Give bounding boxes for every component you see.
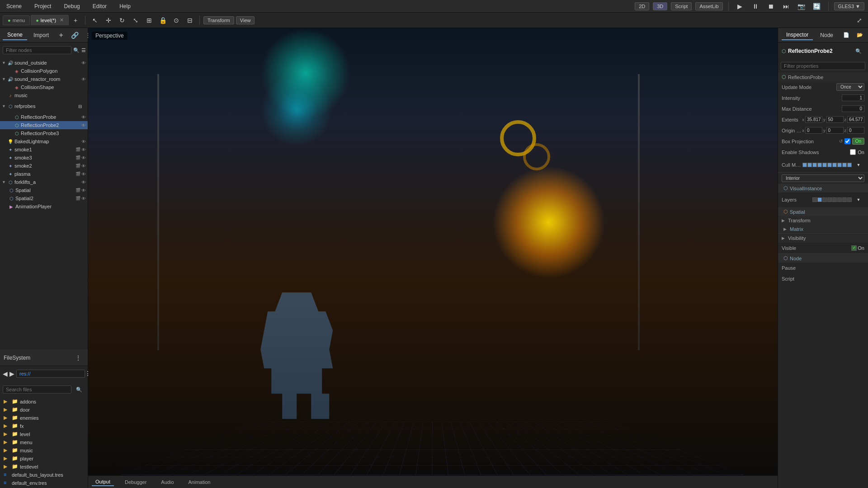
vis-icon[interactable]: 👁 xyxy=(81,164,86,169)
fs-options-icon[interactable]: ⋮ xyxy=(72,352,84,364)
cull-cell-5[interactable] xyxy=(822,163,827,167)
instance-btn[interactable]: 🔗 xyxy=(69,29,80,41)
fs-item-music[interactable]: ▶ 📁 music xyxy=(0,446,88,455)
filter-type-icon[interactable]: ☰ xyxy=(81,44,86,56)
expand-btn[interactable]: ⤢ xyxy=(854,14,865,26)
viewport[interactable]: Perspective Output Debugger Audio Animat… xyxy=(88,28,778,488)
extents-z-input[interactable] xyxy=(847,116,864,123)
vis-icon[interactable]: 👁 xyxy=(81,139,86,144)
vis-icon[interactable]: 👁 xyxy=(81,155,86,160)
fs-item-testlevel[interactable]: ▶ 📁 testlevel xyxy=(0,463,88,471)
vis-icon[interactable]: 👁 xyxy=(81,196,86,201)
tree-item-refprobes[interactable]: ▼ ⬡ refprobes ⊟ xyxy=(0,99,88,113)
expand-arrow[interactable]: ▼ xyxy=(2,77,6,81)
fs-search-icon[interactable]: 🔍 xyxy=(73,384,85,395)
matrix-header[interactable]: ▶ Matrix xyxy=(778,225,868,233)
max-distance-input[interactable] xyxy=(842,105,864,112)
stop-btn[interactable]: ⏹ xyxy=(765,0,777,12)
add-tab-btn[interactable]: + xyxy=(70,14,81,26)
mode-2d-btn[interactable]: 2D xyxy=(635,2,649,10)
enable-shadows-checkbox[interactable] xyxy=(850,149,856,155)
layer-cell-7[interactable] xyxy=(842,197,847,202)
fs-item-fx[interactable]: ▶ 📁 fx xyxy=(0,422,88,430)
update-mode-dropdown[interactable]: Once Always xyxy=(836,83,864,91)
scale-tool-btn[interactable]: ⤡ xyxy=(130,14,142,26)
expand-arrow[interactable]: ▼ xyxy=(2,180,6,184)
tree-item-anim-player[interactable]: ▶ AnimationPlayer xyxy=(0,202,88,211)
menu-scene[interactable]: Scene xyxy=(4,2,24,10)
tree-item-baked-lightmap[interactable]: 💡 BakedLightmap 👁 xyxy=(0,137,88,145)
collapse-btn[interactable]: ⊟ xyxy=(74,100,86,112)
fs-forward-btn[interactable]: ▶ xyxy=(9,368,14,380)
cull-cell-8[interactable] xyxy=(837,163,842,167)
origin-y-input[interactable] xyxy=(826,127,844,134)
tree-item-music[interactable]: ♪ music xyxy=(0,91,88,99)
tree-item-collision-polygon[interactable]: ◈ CollisionPolygon xyxy=(0,67,88,75)
fs-back-btn[interactable]: ◀ xyxy=(3,368,8,380)
tab-close-icon[interactable]: ✕ xyxy=(60,17,64,23)
extents-x-input[interactable] xyxy=(805,116,822,123)
mode-script-btn[interactable]: Script xyxy=(671,2,692,10)
tree-item-sound-outside[interactable]: ▼ 🔊 sound_outside 👁 xyxy=(0,59,88,67)
cull-cell-7[interactable] xyxy=(832,163,837,167)
vis-icon[interactable]: 👁 xyxy=(81,172,86,177)
fs-search-input[interactable] xyxy=(3,385,71,394)
move-tool-btn[interactable]: ✛ xyxy=(103,14,114,26)
import-tab[interactable]: Import xyxy=(29,31,53,40)
add-node-btn[interactable]: + xyxy=(55,29,67,41)
cull-cell-10[interactable] xyxy=(847,163,852,167)
tree-item-smoke3[interactable]: ✦ smoke3 🎬 👁 xyxy=(0,154,88,162)
node-section-header[interactable]: ⬡ Node xyxy=(778,254,868,263)
menu-debug[interactable]: Debug xyxy=(61,2,82,10)
remote-btn[interactable]: 📷 xyxy=(796,0,807,12)
tree-item-probe3[interactable]: ⬡ ReflectionProbe3 xyxy=(0,129,88,137)
play-btn[interactable]: ▶ xyxy=(734,0,746,12)
visibility-header[interactable]: ▶ Visibility xyxy=(778,234,868,243)
fs-item-door[interactable]: ▶ 📁 door xyxy=(0,406,88,414)
mode-assetlib-btn[interactable]: AssetLib xyxy=(695,2,722,10)
fs-item-enemies[interactable]: ▶ 📁 enemies xyxy=(0,414,88,422)
new-script-btn[interactable]: 📄 xyxy=(840,29,852,41)
expand-arrow[interactable]: ▼ xyxy=(2,104,6,108)
visual-instance-header[interactable]: ⬡ VisualInstance xyxy=(778,184,868,192)
origin-z-input[interactable] xyxy=(847,127,864,134)
matrix-expand[interactable]: ▶ xyxy=(783,227,788,231)
tree-item-smoke2[interactable]: ✦ smoke2 🎬 👁 xyxy=(0,162,88,170)
filter-nodes-input[interactable] xyxy=(3,46,71,54)
filter-properties-input[interactable] xyxy=(781,62,865,70)
snap-btn[interactable]: ⊟ xyxy=(184,14,196,26)
pause-btn[interactable]: ⏸ xyxy=(750,0,761,12)
fs-item-addons[interactable]: ▶ 📁 addons xyxy=(0,398,88,406)
layer-cell-2[interactable] xyxy=(817,197,822,202)
cull-cell-9[interactable] xyxy=(842,163,847,167)
reset-icon[interactable]: ↺ xyxy=(839,139,843,144)
view-btn[interactable]: View xyxy=(236,16,255,24)
select-tool-btn[interactable]: ↖ xyxy=(89,14,101,26)
interior-dropdown[interactable]: Interior xyxy=(782,174,864,182)
inspector-tab[interactable]: Inspector xyxy=(782,30,813,40)
fs-item-player[interactable]: ▶ 📁 player xyxy=(0,455,88,463)
output-tab[interactable]: Output xyxy=(92,478,114,486)
tree-item-probe1[interactable]: ⬡ ReflectionProbe 👁 xyxy=(0,113,88,121)
layer-cell-4[interactable] xyxy=(827,197,832,202)
mode-3d-btn[interactable]: 3D xyxy=(653,2,667,10)
step-btn[interactable]: ⏭ xyxy=(780,0,792,12)
transform-expand[interactable]: ▶ xyxy=(782,218,786,223)
debugger-tab[interactable]: Debugger xyxy=(121,479,150,486)
layer-cell-8[interactable] xyxy=(847,197,852,202)
visible-checkbox[interactable]: ✓ xyxy=(851,245,857,251)
cull-cell-6[interactable] xyxy=(827,163,832,167)
search-node-icon[interactable]: 🔍 xyxy=(853,45,864,57)
tab-level[interactable]: ● level(*) ✕ xyxy=(31,15,69,25)
cull-cell-2[interactable] xyxy=(807,163,812,167)
layer-cell-3[interactable] xyxy=(822,197,827,202)
group-btn[interactable]: ⊙ xyxy=(170,14,182,26)
origin-x-input[interactable] xyxy=(805,127,822,134)
transform-header[interactable]: ▶ Transform xyxy=(778,216,868,225)
cull-cell-1[interactable] xyxy=(802,163,807,167)
local-tool-btn[interactable]: ⊞ xyxy=(143,14,155,26)
tree-item-forklifts[interactable]: ▼ ⬡ forklifts_a 👁 xyxy=(0,178,88,186)
extents-y-input[interactable] xyxy=(826,116,844,123)
lock-btn[interactable]: 🔒 xyxy=(157,14,169,26)
node-tab[interactable]: Node xyxy=(816,31,838,40)
